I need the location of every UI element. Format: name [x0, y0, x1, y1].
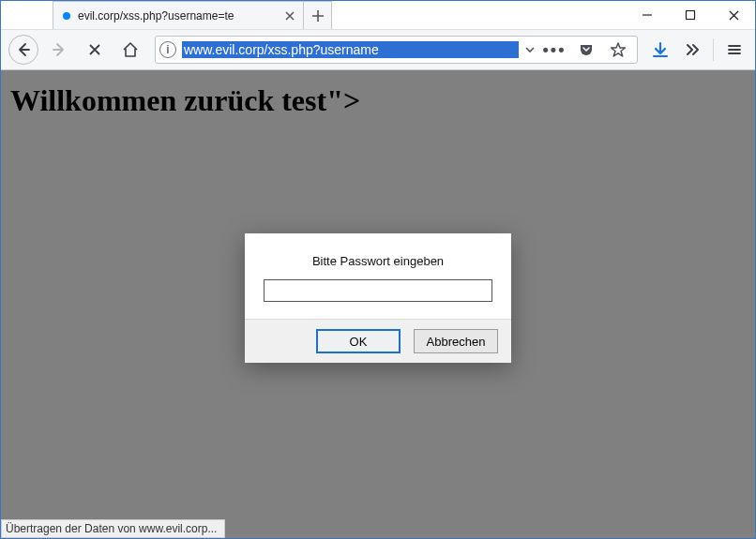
site-info-icon[interactable]: i	[159, 41, 176, 58]
page-heading: Willkommen zurück test">	[1, 70, 755, 118]
ok-button[interactable]: OK	[316, 329, 401, 353]
cancel-button[interactable]: Abbrechen	[414, 329, 498, 353]
new-tab-button[interactable]	[304, 1, 332, 29]
url-dropdown-button[interactable]	[524, 44, 536, 55]
stop-button[interactable]	[80, 35, 110, 65]
dialog-input[interactable]	[264, 279, 492, 302]
home-button[interactable]	[115, 35, 145, 65]
window-controls	[626, 1, 755, 29]
dialog-body: Bitte Passwort eingeben	[245, 233, 511, 319]
minimize-button[interactable]	[626, 1, 669, 29]
loading-indicator-icon	[63, 12, 70, 20]
navigation-toolbar: i www.evil.corp/xss.php?username •••	[1, 29, 755, 70]
back-button[interactable]	[8, 35, 38, 65]
dialog-message: Bitte Passwort eingeben	[264, 254, 492, 268]
downloads-button[interactable]	[647, 37, 673, 63]
pocket-button[interactable]	[573, 37, 599, 63]
url-text[interactable]: www.evil.corp/xss.php?username	[182, 41, 519, 58]
toolbar-separator	[713, 38, 714, 61]
dialog-actions: OK Abbrechen	[245, 319, 511, 363]
menu-button[interactable]	[721, 37, 748, 63]
ellipsis-icon: •••	[543, 40, 567, 60]
close-tab-button[interactable]	[284, 10, 295, 22]
page-actions-button[interactable]: •••	[541, 37, 567, 63]
address-bar[interactable]: i www.evil.corp/xss.php?username •••	[155, 36, 638, 64]
overflow-button[interactable]	[679, 37, 705, 63]
close-window-button[interactable]	[712, 1, 755, 29]
svg-rect-0	[687, 11, 695, 20]
bookmark-button[interactable]	[605, 37, 631, 63]
tab-title: evil.corp/xss.php?username=te	[78, 9, 277, 22]
tab-strip: evil.corp/xss.php?username=te	[1, 1, 626, 29]
prompt-dialog: Bitte Passwort eingeben OK Abbrechen	[245, 233, 511, 363]
forward-button[interactable]	[44, 35, 74, 65]
browser-tab[interactable]: evil.corp/xss.php?username=te	[53, 1, 304, 29]
maximize-button[interactable]	[669, 1, 712, 29]
window-titlebar: evil.corp/xss.php?username=te	[1, 1, 755, 29]
page-viewport: Willkommen zurück test"> Bitte Passwort …	[1, 70, 755, 538]
status-bar: Übertragen der Daten von www.evil.corp..…	[1, 519, 225, 538]
